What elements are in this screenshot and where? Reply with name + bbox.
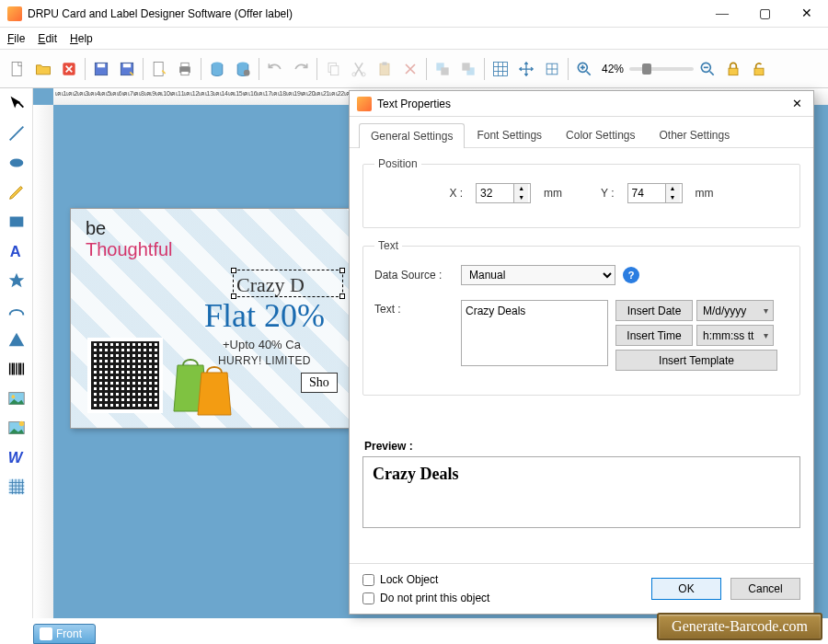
watermark: Generate-Barcode.com — [657, 613, 822, 640]
close-button[interactable]: ✕ — [786, 0, 828, 28]
bring-front-icon[interactable] — [431, 57, 454, 81]
tab-general-settings[interactable]: General Settings — [359, 123, 465, 148]
shopping-bags-icon[interactable] — [170, 347, 236, 419]
text-legend: Text — [374, 239, 402, 252]
help-icon[interactable]: ? — [623, 267, 639, 283]
arc-tool-icon[interactable] — [5, 298, 29, 322]
delete-icon[interactable] — [398, 57, 422, 81]
x-spinner[interactable]: ▲▼ — [476, 183, 531, 203]
svg-point-12 — [244, 69, 250, 75]
dialog-titlebar[interactable]: Text Properties ✕ — [350, 91, 813, 117]
svg-rect-23 — [494, 62, 508, 75]
database-icon[interactable] — [205, 57, 229, 81]
svg-point-33 — [11, 395, 15, 398]
dialog-title: Text Properties — [377, 98, 788, 110]
svg-rect-20 — [441, 67, 448, 75]
qr-code[interactable] — [87, 338, 163, 413]
gallery-tool-icon[interactable] — [5, 416, 29, 440]
text-properties-dialog: Text Properties ✕ General Settings Font … — [349, 90, 814, 615]
headline-text[interactable]: Crazy D — [236, 273, 305, 297]
time-format-select[interactable]: h:mm:ss tt — [696, 325, 774, 346]
text-tool-icon[interactable]: A — [5, 239, 29, 263]
svg-text:W: W — [7, 449, 23, 466]
date-format-select[interactable]: M/d/yyyy — [696, 300, 774, 321]
tab-color-settings[interactable]: Color Settings — [554, 122, 647, 147]
close-file-icon[interactable] — [57, 57, 81, 81]
lock-icon[interactable] — [721, 57, 745, 81]
discount-text[interactable]: Flat 20% — [204, 296, 325, 335]
text-label: Text : — [374, 300, 454, 316]
barcode-tool-icon[interactable] — [5, 357, 29, 381]
rect-tool-icon[interactable] — [5, 210, 29, 234]
save-icon[interactable] — [89, 57, 113, 81]
menu-edit[interactable]: Edit — [38, 32, 57, 45]
x-input[interactable] — [477, 184, 513, 202]
tab-other-settings[interactable]: Other Settings — [647, 122, 742, 147]
zoom-slider[interactable] — [629, 67, 694, 71]
pointer-tool-icon[interactable] — [5, 92, 29, 116]
menu-help[interactable]: Help — [70, 32, 93, 45]
undo-icon[interactable] — [263, 57, 287, 81]
line-tool-icon[interactable] — [5, 121, 29, 145]
y-down-icon[interactable]: ▼ — [666, 193, 680, 202]
y-unit: mm — [696, 187, 714, 200]
svg-rect-22 — [462, 63, 469, 70]
properties-icon[interactable] — [147, 57, 171, 81]
open-icon[interactable] — [31, 57, 55, 81]
ruler-vertical — [33, 105, 53, 618]
new-icon[interactable] — [6, 57, 29, 81]
print-icon[interactable] — [173, 57, 197, 81]
dialog-close-button[interactable]: ✕ — [788, 95, 806, 113]
pencil-tool-icon[interactable] — [5, 180, 29, 204]
maximize-button[interactable]: ▢ — [743, 0, 786, 28]
no-print-checkbox[interactable]: Do not print this object — [362, 592, 489, 604]
save-as-icon[interactable] — [115, 57, 139, 81]
unlock-icon[interactable] — [747, 57, 771, 81]
lock-object-checkbox[interactable]: Lock Object — [362, 573, 489, 586]
minimize-button[interactable]: — — [701, 0, 743, 28]
logo-text[interactable]: be Thoughtful — [86, 218, 173, 260]
y-input[interactable] — [628, 184, 665, 202]
resize-icon[interactable] — [540, 57, 564, 81]
shop-button[interactable]: Sho — [301, 373, 338, 393]
x-down-icon[interactable]: ▼ — [514, 193, 528, 202]
text-group: Text Data Source : Manual ? Text : Inser… — [362, 239, 800, 396]
database-settings-icon[interactable] — [231, 57, 255, 81]
grid-icon[interactable] — [489, 57, 512, 81]
redo-icon[interactable] — [289, 57, 313, 81]
main-toolbar: 42% — [0, 50, 828, 88]
data-source-select[interactable]: Manual — [461, 265, 615, 285]
tab-font-settings[interactable]: Font Settings — [465, 122, 554, 147]
y-spinner[interactable]: ▲▼ — [627, 183, 683, 203]
menu-file[interactable]: File — [7, 32, 25, 45]
triangle-tool-icon[interactable] — [5, 328, 29, 351]
label-canvas[interactable]: be Thoughtful Crazy D Flat 20% +Upto 40%… — [70, 208, 351, 429]
y-up-icon[interactable]: ▲ — [666, 184, 680, 193]
svg-rect-18 — [383, 62, 387, 64]
copy-icon[interactable] — [321, 57, 345, 81]
wordart-tool-icon[interactable]: W — [5, 445, 29, 469]
window-title: DRPU Card and Label Designer Software (O… — [28, 7, 701, 20]
send-back-icon[interactable] — [456, 57, 480, 81]
move-icon[interactable] — [514, 57, 538, 81]
svg-rect-0 — [12, 62, 21, 75]
ok-button[interactable]: OK — [651, 578, 721, 600]
tab-front[interactable]: Front — [33, 624, 96, 644]
zoom-in-icon[interactable] — [572, 57, 596, 81]
svg-rect-6 — [154, 62, 163, 75]
x-up-icon[interactable]: ▲ — [514, 184, 528, 193]
star-tool-icon[interactable] — [5, 269, 29, 293]
insert-time-button[interactable]: Insert Time — [615, 325, 693, 346]
insert-template-button[interactable]: Insert Template — [615, 350, 777, 371]
insert-date-button[interactable]: Insert Date — [615, 300, 693, 321]
zoom-out-icon[interactable] — [696, 57, 719, 81]
position-group: Position X : ▲▼ mm Y : ▲▼ mm — [362, 157, 800, 228]
cut-icon[interactable] — [347, 57, 371, 81]
paste-icon[interactable] — [373, 57, 397, 81]
data-source-label: Data Source : — [374, 269, 454, 282]
text-input[interactable] — [461, 300, 608, 366]
cancel-button[interactable]: Cancel — [730, 578, 800, 600]
pattern-tool-icon[interactable] — [5, 475, 29, 499]
ellipse-tool-icon[interactable] — [5, 151, 29, 175]
image-tool-icon[interactable] — [5, 386, 29, 410]
